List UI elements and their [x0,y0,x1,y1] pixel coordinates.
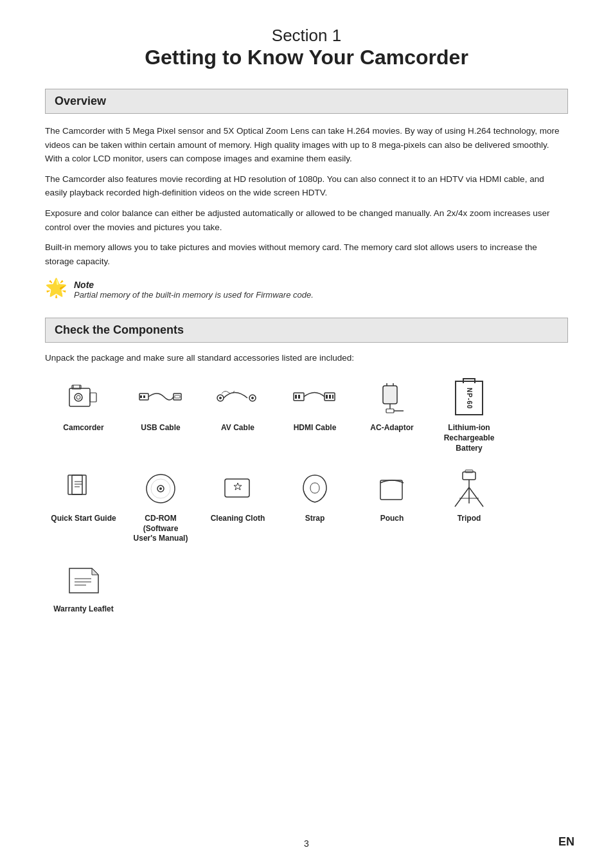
av-cable-label: AV Cable [221,423,254,433]
tripod-label: Tripod [458,514,481,524]
component-cd-rom: CD-ROM (Software User's Manual) [122,466,199,544]
page-title: Section 1 Getting to Know Your Camcorder [45,26,568,69]
svg-point-15 [251,397,254,399]
svg-rect-9 [143,395,145,398]
pouch-icon [366,466,418,511]
svg-rect-29 [68,475,82,494]
battery-label: Lithium-ion Rechargeable Battery [444,423,495,453]
component-ac-adaptor: AC-Adaptor [353,375,431,453]
ac-adaptor-label: AC-Adaptor [370,423,413,433]
cd-rom-icon [135,466,186,511]
av-cable-icon [212,375,263,420]
svg-rect-6 [90,393,96,402]
overview-para-3: Exposure and color balance can either be… [45,206,568,234]
component-usb-cable: USB Cable [122,375,199,453]
svg-rect-39 [380,480,402,500]
component-battery: NP-60 Lithium-ion Rechargeable Battery [431,375,508,453]
usb-cable-label: USB Cable [141,423,180,433]
overview-para-1: The Camcorder with 5 Mega Pixel sensor a… [45,124,568,166]
component-cleaning-cloth: Cleaning Cloth [199,466,276,544]
component-strap: Strap [276,466,353,544]
quick-start-label: Quick Start Guide [51,514,116,524]
svg-line-43 [455,487,469,507]
battery-box: NP-60 [455,381,483,415]
components-intro: Unpack the package and make sure all sta… [45,353,568,363]
hdmi-cable-label: HDMI Cable [294,423,337,433]
warranty-label: Warranty Leaflet [53,604,114,615]
cleaning-cloth-icon [212,466,263,511]
section-subtitle: Section 1 [45,26,568,46]
pouch-label: Pouch [380,514,404,524]
note-box: 🌟 Note Partial memory of the built-in me… [45,280,568,300]
component-camcorder: Camcorder [45,375,122,453]
svg-point-36 [159,487,162,490]
svg-rect-17 [295,395,297,399]
page: Section 1 Getting to Know Your Camcorder… [0,0,613,666]
strap-icon [289,466,341,511]
warranty-icon [58,557,109,602]
svg-rect-30 [72,475,86,494]
overview-heading-box: Overview [45,89,568,114]
hdmi-cable-icon [289,375,341,420]
note-title: Note [74,280,314,290]
component-warranty: Warranty Leaflet [45,557,122,615]
strap-label: Strap [305,514,325,524]
svg-rect-27 [386,409,394,413]
ac-adaptor-icon [366,375,418,420]
component-hdmi-cable: HDMI Cable [276,375,353,453]
svg-rect-38 [225,479,249,497]
usb-cable-icon [135,375,186,420]
svg-rect-22 [332,395,333,399]
svg-line-44 [469,487,483,507]
quick-start-icon [58,466,109,511]
components-heading: Check the Components [55,323,558,337]
svg-rect-21 [329,395,331,399]
svg-rect-0 [69,388,90,406]
svg-rect-18 [298,395,300,399]
camcorder-label: Camcorder [63,423,103,433]
overview-para-4: Built-in memory allows you to take pictu… [45,240,568,268]
overview-para-2: The Camcorder also features movie record… [45,172,568,200]
svg-point-5 [76,395,80,399]
svg-point-4 [75,393,82,401]
camcorder-icon [58,375,109,420]
component-av-cable: AV Cable [199,375,276,453]
components-heading-box: Check the Components [45,318,568,343]
section-title: Getting to Know Your Camcorder [45,46,568,69]
svg-rect-8 [140,395,142,398]
svg-rect-40 [463,472,475,480]
battery-icon: NP-60 [443,375,495,420]
components-grid: Camcorder USB Cable [45,375,568,627]
note-content: Note Partial memory of the built-in memo… [74,280,314,300]
component-tripod: Tripod [431,466,508,544]
svg-rect-20 [326,395,328,399]
svg-rect-11 [175,395,180,398]
lang-label: EN [558,835,574,849]
svg-point-13 [219,397,222,399]
tripod-icon [443,466,495,511]
component-quick-start: Quick Start Guide [45,466,122,544]
note-text: Partial memory of the built-in memory is… [74,290,314,300]
svg-marker-47 [92,568,98,575]
cd-rom-label: CD-ROM (Software User's Manual) [134,514,188,544]
page-footer: 3 [0,838,613,849]
component-pouch: Pouch [353,466,431,544]
note-icon: 🌟 [45,277,67,298]
cleaning-cloth-label: Cleaning Cloth [211,514,265,524]
page-number: 3 [304,838,309,849]
overview-heading: Overview [55,95,558,108]
svg-rect-23 [383,386,397,404]
